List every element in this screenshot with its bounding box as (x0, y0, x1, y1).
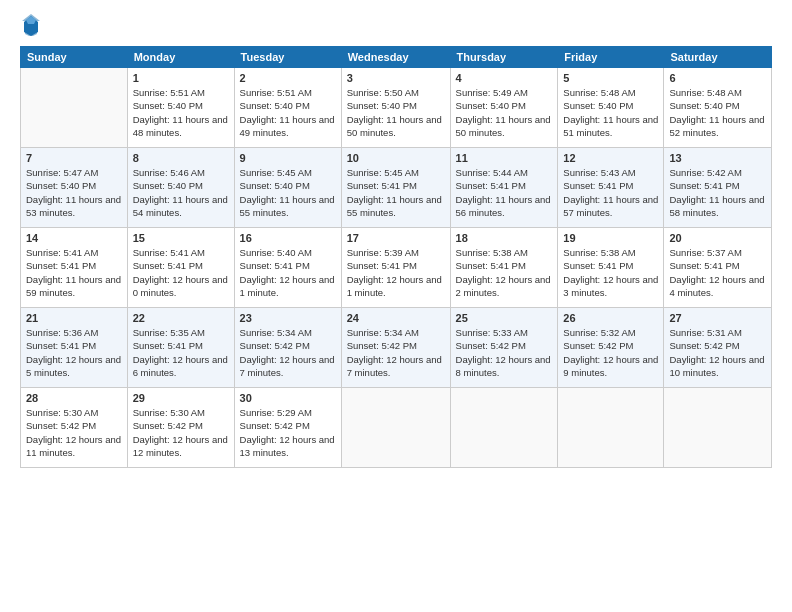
calendar-cell (450, 388, 558, 468)
weekday-header: Monday (127, 47, 234, 68)
day-info: Sunrise: 5:46 AMSunset: 5:40 PMDaylight:… (133, 166, 229, 219)
day-info: Sunrise: 5:41 AMSunset: 5:41 PMDaylight:… (133, 246, 229, 299)
calendar-cell: 28Sunrise: 5:30 AMSunset: 5:42 PMDayligh… (21, 388, 128, 468)
calendar-cell: 4Sunrise: 5:49 AMSunset: 5:40 PMDaylight… (450, 68, 558, 148)
day-number: 24 (347, 312, 445, 324)
day-number: 22 (133, 312, 229, 324)
calendar-cell: 12Sunrise: 5:43 AMSunset: 5:41 PMDayligh… (558, 148, 664, 228)
weekday-header: Saturday (664, 47, 772, 68)
calendar-cell: 21Sunrise: 5:36 AMSunset: 5:41 PMDayligh… (21, 308, 128, 388)
day-number: 11 (456, 152, 553, 164)
day-info: Sunrise: 5:30 AMSunset: 5:42 PMDaylight:… (26, 406, 122, 459)
logo (20, 18, 40, 36)
day-info: Sunrise: 5:51 AMSunset: 5:40 PMDaylight:… (133, 86, 229, 139)
day-info: Sunrise: 5:41 AMSunset: 5:41 PMDaylight:… (26, 246, 122, 299)
weekday-header: Friday (558, 47, 664, 68)
day-number: 13 (669, 152, 766, 164)
day-info: Sunrise: 5:51 AMSunset: 5:40 PMDaylight:… (240, 86, 336, 139)
calendar-cell: 2Sunrise: 5:51 AMSunset: 5:40 PMDaylight… (234, 68, 341, 148)
calendar-cell (558, 388, 664, 468)
day-info: Sunrise: 5:34 AMSunset: 5:42 PMDaylight:… (240, 326, 336, 379)
day-number: 27 (669, 312, 766, 324)
calendar-cell (341, 388, 450, 468)
calendar-table: SundayMondayTuesdayWednesdayThursdayFrid… (20, 46, 772, 468)
calendar-cell: 15Sunrise: 5:41 AMSunset: 5:41 PMDayligh… (127, 228, 234, 308)
day-info: Sunrise: 5:33 AMSunset: 5:42 PMDaylight:… (456, 326, 553, 379)
calendar-week-row: 7Sunrise: 5:47 AMSunset: 5:40 PMDaylight… (21, 148, 772, 228)
calendar-cell: 16Sunrise: 5:40 AMSunset: 5:41 PMDayligh… (234, 228, 341, 308)
calendar-cell: 6Sunrise: 5:48 AMSunset: 5:40 PMDaylight… (664, 68, 772, 148)
day-number: 3 (347, 72, 445, 84)
day-info: Sunrise: 5:44 AMSunset: 5:41 PMDaylight:… (456, 166, 553, 219)
calendar-cell: 20Sunrise: 5:37 AMSunset: 5:41 PMDayligh… (664, 228, 772, 308)
calendar-week-row: 14Sunrise: 5:41 AMSunset: 5:41 PMDayligh… (21, 228, 772, 308)
day-info: Sunrise: 5:31 AMSunset: 5:42 PMDaylight:… (669, 326, 766, 379)
day-info: Sunrise: 5:38 AMSunset: 5:41 PMDaylight:… (456, 246, 553, 299)
day-number: 12 (563, 152, 658, 164)
day-info: Sunrise: 5:35 AMSunset: 5:41 PMDaylight:… (133, 326, 229, 379)
day-info: Sunrise: 5:43 AMSunset: 5:41 PMDaylight:… (563, 166, 658, 219)
header (20, 18, 772, 36)
day-number: 29 (133, 392, 229, 404)
weekday-header: Thursday (450, 47, 558, 68)
weekday-header: Sunday (21, 47, 128, 68)
day-number: 16 (240, 232, 336, 244)
day-info: Sunrise: 5:38 AMSunset: 5:41 PMDaylight:… (563, 246, 658, 299)
day-info: Sunrise: 5:40 AMSunset: 5:41 PMDaylight:… (240, 246, 336, 299)
calendar-cell: 11Sunrise: 5:44 AMSunset: 5:41 PMDayligh… (450, 148, 558, 228)
day-number: 2 (240, 72, 336, 84)
day-number: 14 (26, 232, 122, 244)
calendar-cell: 19Sunrise: 5:38 AMSunset: 5:41 PMDayligh… (558, 228, 664, 308)
weekday-header: Wednesday (341, 47, 450, 68)
calendar-cell: 13Sunrise: 5:42 AMSunset: 5:41 PMDayligh… (664, 148, 772, 228)
logo-icon (22, 14, 40, 36)
day-info: Sunrise: 5:42 AMSunset: 5:41 PMDaylight:… (669, 166, 766, 219)
day-info: Sunrise: 5:45 AMSunset: 5:40 PMDaylight:… (240, 166, 336, 219)
calendar-cell: 24Sunrise: 5:34 AMSunset: 5:42 PMDayligh… (341, 308, 450, 388)
day-number: 7 (26, 152, 122, 164)
day-number: 18 (456, 232, 553, 244)
day-number: 21 (26, 312, 122, 324)
day-info: Sunrise: 5:30 AMSunset: 5:42 PMDaylight:… (133, 406, 229, 459)
day-number: 10 (347, 152, 445, 164)
calendar-cell: 7Sunrise: 5:47 AMSunset: 5:40 PMDaylight… (21, 148, 128, 228)
day-number: 25 (456, 312, 553, 324)
day-info: Sunrise: 5:34 AMSunset: 5:42 PMDaylight:… (347, 326, 445, 379)
calendar-cell: 5Sunrise: 5:48 AMSunset: 5:40 PMDaylight… (558, 68, 664, 148)
day-number: 17 (347, 232, 445, 244)
day-info: Sunrise: 5:36 AMSunset: 5:41 PMDaylight:… (26, 326, 122, 379)
day-number: 8 (133, 152, 229, 164)
calendar-cell: 8Sunrise: 5:46 AMSunset: 5:40 PMDaylight… (127, 148, 234, 228)
calendar-week-row: 1Sunrise: 5:51 AMSunset: 5:40 PMDaylight… (21, 68, 772, 148)
day-number: 9 (240, 152, 336, 164)
day-info: Sunrise: 5:32 AMSunset: 5:42 PMDaylight:… (563, 326, 658, 379)
calendar-cell: 27Sunrise: 5:31 AMSunset: 5:42 PMDayligh… (664, 308, 772, 388)
calendar-cell: 3Sunrise: 5:50 AMSunset: 5:40 PMDaylight… (341, 68, 450, 148)
weekday-header: Tuesday (234, 47, 341, 68)
calendar-cell: 1Sunrise: 5:51 AMSunset: 5:40 PMDaylight… (127, 68, 234, 148)
day-number: 1 (133, 72, 229, 84)
calendar-cell: 22Sunrise: 5:35 AMSunset: 5:41 PMDayligh… (127, 308, 234, 388)
day-info: Sunrise: 5:39 AMSunset: 5:41 PMDaylight:… (347, 246, 445, 299)
day-number: 20 (669, 232, 766, 244)
calendar-cell: 23Sunrise: 5:34 AMSunset: 5:42 PMDayligh… (234, 308, 341, 388)
calendar-week-row: 21Sunrise: 5:36 AMSunset: 5:41 PMDayligh… (21, 308, 772, 388)
calendar-cell: 9Sunrise: 5:45 AMSunset: 5:40 PMDaylight… (234, 148, 341, 228)
day-number: 5 (563, 72, 658, 84)
day-info: Sunrise: 5:47 AMSunset: 5:40 PMDaylight:… (26, 166, 122, 219)
calendar-cell: 18Sunrise: 5:38 AMSunset: 5:41 PMDayligh… (450, 228, 558, 308)
day-number: 23 (240, 312, 336, 324)
calendar-cell: 26Sunrise: 5:32 AMSunset: 5:42 PMDayligh… (558, 308, 664, 388)
calendar-cell: 14Sunrise: 5:41 AMSunset: 5:41 PMDayligh… (21, 228, 128, 308)
calendar-cell: 29Sunrise: 5:30 AMSunset: 5:42 PMDayligh… (127, 388, 234, 468)
day-number: 6 (669, 72, 766, 84)
day-number: 26 (563, 312, 658, 324)
calendar-cell (664, 388, 772, 468)
day-number: 28 (26, 392, 122, 404)
page: SundayMondayTuesdayWednesdayThursdayFrid… (0, 0, 792, 612)
day-info: Sunrise: 5:29 AMSunset: 5:42 PMDaylight:… (240, 406, 336, 459)
day-number: 19 (563, 232, 658, 244)
day-number: 4 (456, 72, 553, 84)
calendar-cell: 30Sunrise: 5:29 AMSunset: 5:42 PMDayligh… (234, 388, 341, 468)
calendar-cell: 10Sunrise: 5:45 AMSunset: 5:41 PMDayligh… (341, 148, 450, 228)
